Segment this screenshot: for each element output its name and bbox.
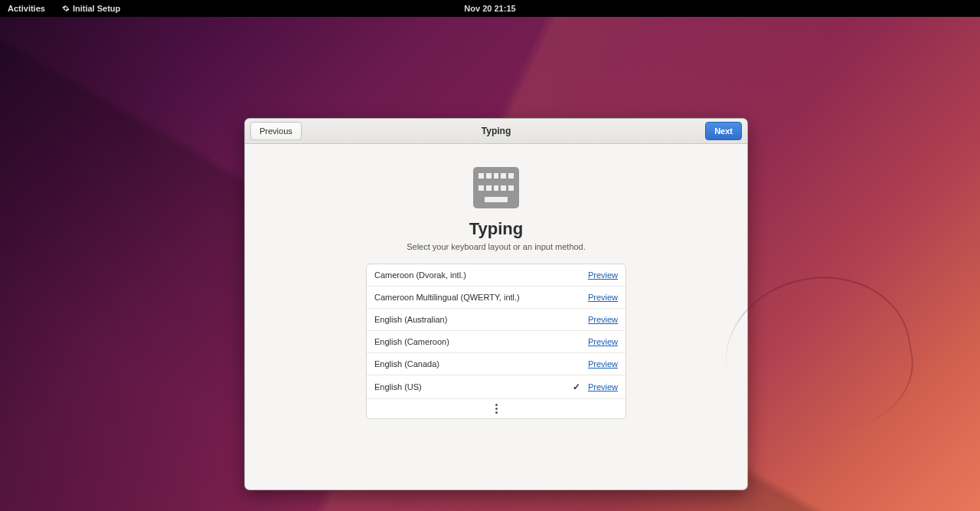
headerbar: Previous Typing Next: [245, 119, 747, 144]
dialog-title: Typing: [482, 126, 511, 136]
preview-link[interactable]: Preview: [588, 337, 618, 346]
dialog-content: Typing Select your keyboard layout or an…: [245, 144, 747, 419]
layout-row[interactable]: English (Canada) Preview: [367, 353, 626, 375]
next-button[interactable]: Next: [705, 122, 742, 140]
app-menu-label: Initial Setup: [73, 4, 120, 13]
check-icon: ✓: [573, 382, 580, 392]
layout-row[interactable]: Cameroon (Dvorak, intl.) Preview: [367, 264, 626, 287]
more-layouts-button[interactable]: [367, 399, 626, 418]
keyboard-layout-list: Cameroon (Dvorak, intl.) Preview Cameroo…: [366, 264, 626, 419]
layout-row[interactable]: English (Australian) Preview: [367, 309, 626, 331]
layout-name: English (Canada): [374, 359, 588, 369]
layout-name: English (Cameroon): [374, 337, 588, 346]
activities-button[interactable]: Activities: [8, 4, 45, 13]
page-title: Typing: [245, 219, 747, 239]
clock[interactable]: Nov 20 21:15: [464, 4, 515, 13]
layout-row[interactable]: Cameroon Multilingual (QWERTY, intl.) Pr…: [367, 287, 626, 309]
desktop-background: Previous Typing Next Typing Select your …: [0, 17, 980, 511]
initial-setup-dialog: Previous Typing Next Typing Select your …: [244, 118, 748, 490]
preview-link[interactable]: Preview: [588, 382, 618, 391]
app-menu[interactable]: Initial Setup: [62, 4, 120, 13]
layout-name: English (Australian): [374, 315, 588, 324]
layout-row[interactable]: English (Cameroon) Preview: [367, 331, 626, 353]
gear-icon: [62, 5, 70, 12]
preview-link[interactable]: Preview: [588, 293, 618, 302]
top-panel: Activities Initial Setup Nov 20 21:15: [0, 0, 980, 17]
preview-link[interactable]: Preview: [588, 359, 618, 369]
page-subtitle: Select your keyboard layout or an input …: [245, 242, 747, 251]
vertical-dots-icon: [495, 404, 498, 414]
preview-link[interactable]: Preview: [588, 315, 618, 324]
preview-link[interactable]: Preview: [588, 270, 618, 280]
layout-name: Cameroon Multilingual (QWERTY, intl.): [374, 293, 588, 302]
previous-button[interactable]: Previous: [250, 122, 302, 140]
keyboard-icon: [473, 167, 519, 208]
layout-name: Cameroon (Dvorak, intl.): [374, 270, 588, 280]
layout-row[interactable]: English (US) ✓ Preview: [367, 375, 626, 399]
layout-name: English (US): [374, 382, 570, 391]
